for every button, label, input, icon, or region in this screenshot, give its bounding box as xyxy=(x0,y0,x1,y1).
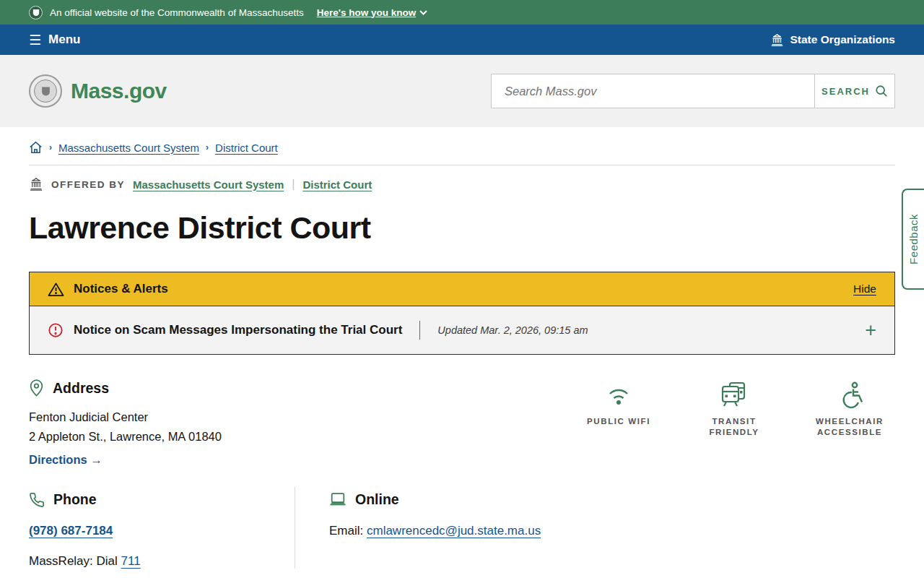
warning-triangle-icon xyxy=(48,282,64,297)
amenities-row: PUBLIC WIFI TRANSIT FRIENDLY xyxy=(576,381,892,467)
breadcrumb-separator: › xyxy=(206,142,209,152)
wheelchair-icon xyxy=(836,381,863,410)
capitol-icon xyxy=(29,178,43,191)
official-banner-text: An official website of the Commonwealth … xyxy=(50,7,304,18)
map-pin-icon xyxy=(29,379,44,397)
laptop-icon xyxy=(329,492,346,507)
notice-title: Notice on Scam Messages Impersonating th… xyxy=(74,323,402,337)
state-seal-icon xyxy=(29,6,43,20)
address-section: Address Fenton Judicial Center 2 Appleto… xyxy=(29,379,895,467)
directions-link[interactable]: Directions → xyxy=(29,453,103,467)
online-heading: Online xyxy=(355,491,399,508)
notice-row[interactable]: Notice on Scam Messages Impersonating th… xyxy=(30,306,894,354)
phone-icon xyxy=(29,492,45,508)
main-content: › Massachusetts Court System › District … xyxy=(0,141,924,569)
menu-button[interactable]: ☰ Menu xyxy=(29,33,80,47)
breadcrumb: › Massachusetts Court System › District … xyxy=(29,141,895,154)
contact-section: Phone (978) 687-7184 MassRelay: Dial 711… xyxy=(29,487,895,569)
offered-by-link-court-system[interactable]: Massachusetts Court System xyxy=(133,178,284,191)
search-icon xyxy=(875,85,888,98)
offered-by-separator: | xyxy=(292,178,295,191)
site-search: SEARCH xyxy=(491,74,895,108)
online-block: Online Email: cmlawrencedc@jud.state.ma.… xyxy=(295,487,895,569)
massgov-seal-icon xyxy=(29,74,62,108)
amenity-wheelchair-accessible: WHEELCHAIR ACCESSIBLE xyxy=(807,381,892,467)
official-banner: An official website of the Commonwealth … xyxy=(0,0,924,25)
address-block: Address Fenton Judicial Center 2 Appleto… xyxy=(29,379,222,467)
phone-heading: Phone xyxy=(53,491,97,508)
email-link[interactable]: cmlawrencedc@jud.state.ma.us xyxy=(367,524,541,538)
wifi-icon xyxy=(604,381,633,410)
alert-circle-icon xyxy=(48,322,64,338)
home-icon[interactable] xyxy=(29,141,43,154)
offered-by-row: OFFERED BY Massachusetts Court System | … xyxy=(29,178,895,191)
heres-how-you-know-link[interactable]: Here's how you know xyxy=(317,7,428,18)
notices-alerts-panel: Notices & Alerts Hide Notice on Scam Mes… xyxy=(29,272,895,355)
page-title: Lawrence District Court xyxy=(29,210,895,246)
transit-icon xyxy=(720,381,749,410)
breadcrumb-divider xyxy=(29,165,895,165)
search-input[interactable] xyxy=(491,74,814,108)
massgov-logo-text: Mass.gov xyxy=(71,79,167,103)
notice-updated-timestamp: Updated Mar. 2, 2026, 09:15 am xyxy=(437,324,588,336)
notice-divider xyxy=(419,321,420,340)
breadcrumb-link-court-system[interactable]: Massachusetts Court System xyxy=(58,142,199,154)
amenity-label: PUBLIC WIFI xyxy=(587,416,650,427)
amenity-label: TRANSIT FRIENDLY xyxy=(692,416,777,438)
address-line-2: 2 Appleton St., Lawrence, MA 01840 xyxy=(29,427,222,447)
feedback-label: Feedback xyxy=(907,214,920,264)
feedback-button[interactable]: Feedback xyxy=(902,189,924,290)
amenity-label: WHEELCHAIR ACCESSIBLE xyxy=(807,416,892,438)
email-line: Email: cmlawrencedc@jud.state.ma.us xyxy=(329,524,895,538)
email-label: Email: xyxy=(329,524,367,538)
amenity-public-wifi: PUBLIC WIFI xyxy=(576,381,661,467)
phone-block: Phone (978) 687-7184 MassRelay: Dial 711 xyxy=(29,487,295,569)
expand-notice-button[interactable]: + xyxy=(865,321,876,340)
state-organizations-label: State Organizations xyxy=(790,33,895,46)
offered-by-label: OFFERED BY xyxy=(51,179,125,190)
search-button[interactable]: SEARCH xyxy=(814,74,895,108)
massrelay-line: MassRelay: Dial 711 xyxy=(29,554,295,569)
site-header: Mass.gov SEARCH xyxy=(0,55,924,127)
menu-bar: ☰ Menu State Organizations xyxy=(0,25,924,55)
amenity-transit-friendly: TRANSIT FRIENDLY xyxy=(692,381,777,467)
phone-number-link[interactable]: (978) 687-7184 xyxy=(29,524,113,538)
hamburger-icon: ☰ xyxy=(29,33,41,47)
breadcrumb-separator: › xyxy=(49,142,52,152)
address-line-1: Fenton Judicial Center xyxy=(29,407,222,427)
hide-alerts-link[interactable]: Hide xyxy=(853,282,876,296)
massgov-logo[interactable]: Mass.gov xyxy=(29,74,167,108)
offered-by-link-district-court[interactable]: District Court xyxy=(302,178,372,191)
massrelay-711-link[interactable]: 711 xyxy=(121,554,141,568)
notices-alerts-header: Notices & Alerts Hide xyxy=(30,272,894,306)
chevron-down-icon xyxy=(419,10,427,15)
address-heading: Address xyxy=(53,380,109,397)
state-organizations-button[interactable]: State Organizations xyxy=(770,33,895,46)
notices-alerts-title: Notices & Alerts xyxy=(74,282,168,296)
capitol-icon xyxy=(770,34,784,46)
breadcrumb-link-district-court[interactable]: District Court xyxy=(215,142,278,154)
massrelay-prefix: MassRelay: Dial xyxy=(29,554,121,568)
menu-label: Menu xyxy=(48,33,80,47)
